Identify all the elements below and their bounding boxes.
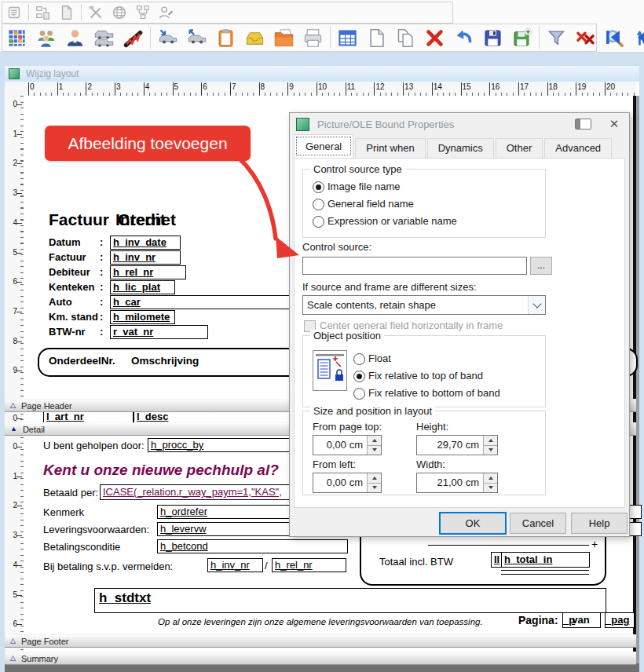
open-folder-button[interactable] xyxy=(269,24,298,51)
field-h-rel-nr-remark[interactable]: h_rel_nr xyxy=(272,558,346,572)
radio-label[interactable]: Float xyxy=(368,352,391,364)
info-label[interactable]: Datum xyxy=(49,236,80,248)
field-h-betcond[interactable]: h_betcond xyxy=(157,539,348,553)
control-source-input[interactable] xyxy=(302,257,527,275)
band-summary[interactable]: △ Summary xyxy=(5,652,636,665)
customers-button[interactable] xyxy=(31,24,60,51)
organizer-button[interactable] xyxy=(131,2,155,23)
print-button[interactable] xyxy=(298,24,327,51)
browse-button[interactable]: ... xyxy=(530,257,552,275)
radio-general-field-name[interactable] xyxy=(313,199,324,210)
employee-button[interactable] xyxy=(60,24,90,51)
band-collapse-icon[interactable]: △ xyxy=(10,637,16,645)
car-intake-button[interactable] xyxy=(153,24,182,51)
footer-note[interactable]: Op al onze leveringen zijn onze algemene… xyxy=(158,617,483,626)
new-record-button[interactable] xyxy=(362,24,391,51)
close-icon[interactable]: ✕ xyxy=(602,115,626,133)
parts-button[interactable] xyxy=(119,24,148,51)
browse-table-button[interactable] xyxy=(333,24,362,51)
blank-document-button[interactable] xyxy=(55,2,79,23)
web-link-button[interactable] xyxy=(108,2,131,23)
detail-label[interactable]: Kenmerk xyxy=(43,506,84,518)
info-label[interactable]: Factuur xyxy=(49,251,86,263)
save-button[interactable] xyxy=(478,24,507,51)
paid-label[interactable]: Betaald per: xyxy=(43,487,98,499)
spin-down-icon[interactable] xyxy=(368,446,381,455)
planner-grid-button[interactable] xyxy=(2,24,31,51)
save-new-button[interactable] xyxy=(507,24,536,51)
user-edit-button[interactable] xyxy=(155,2,178,23)
radio-label[interactable]: Image file name xyxy=(327,181,401,192)
tab-advanced[interactable]: Advanced xyxy=(544,138,612,158)
helped-label[interactable]: U bent geholpen door: xyxy=(43,440,145,451)
copy-record-button[interactable] xyxy=(391,24,420,51)
radio-label[interactable]: Expression or variable name xyxy=(327,215,457,227)
tab-other[interactable]: Other xyxy=(496,138,543,158)
field-r-vat-nr[interactable]: r_vat_nr xyxy=(110,325,208,339)
band-collapse-icon[interactable]: ▲ xyxy=(10,425,17,433)
dialog-titlebar[interactable]: Picture/OLE Bound Properties ✕ xyxy=(290,113,629,135)
field-h-lic-plat[interactable]: h_lic_plat xyxy=(110,280,175,294)
field-h-milomete[interactable]: h_milomete xyxy=(110,310,175,324)
field-h-inv-nr[interactable]: h_inv_nr xyxy=(110,250,181,265)
height-stepper[interactable]: 29,70 cm xyxy=(416,435,498,455)
cars-button[interactable] xyxy=(90,24,119,51)
radio-expression-name[interactable] xyxy=(313,216,324,228)
spin-up-icon[interactable] xyxy=(368,436,381,446)
from-page-top-stepper[interactable]: 0,00 cm xyxy=(313,435,382,455)
radio-label[interactable]: Fix relative to bottom of band xyxy=(368,387,500,399)
info-label[interactable]: BTW-nr xyxy=(49,326,86,338)
undo-button[interactable] xyxy=(449,24,478,51)
field-h-inv-date[interactable]: h_inv_date xyxy=(110,236,181,250)
tab-dynamics[interactable]: Dynamics xyxy=(427,138,494,158)
car-return-button[interactable] xyxy=(182,24,211,51)
spin-up-icon[interactable] xyxy=(368,473,381,484)
spin-down-icon[interactable] xyxy=(484,446,497,455)
cancel-button[interactable]: Cancel xyxy=(510,513,566,534)
radio-fix-top-of-band[interactable] xyxy=(353,371,365,382)
send-report-button[interactable] xyxy=(31,2,55,23)
scale-mode-select[interactable]: Scale contents, retain shape xyxy=(302,295,546,315)
band-collapse-icon[interactable]: △ xyxy=(10,402,16,409)
detail-label[interactable]: Betalingsconditie xyxy=(43,541,120,553)
field-page-total[interactable]: _pag xyxy=(605,612,635,628)
tab-print-when[interactable]: Print when xyxy=(355,138,425,158)
info-label[interactable]: Kenteken xyxy=(49,281,95,293)
field-h-total-in[interactable]: h_total_in xyxy=(501,552,590,568)
spin-down-icon[interactable] xyxy=(368,484,381,493)
delete-record-button[interactable] xyxy=(420,24,449,51)
field-h-inv-nr-remark[interactable]: h_inv_nr xyxy=(207,558,263,572)
band-collapse-icon[interactable]: △ xyxy=(10,655,16,662)
designer-titlebar[interactable]: Wijzig layout xyxy=(5,66,639,82)
filter-button[interactable] xyxy=(542,24,571,51)
radio-label[interactable]: General field name xyxy=(327,198,414,210)
field-list-button[interactable] xyxy=(2,2,26,23)
field-page-number[interactable]: _pvan xyxy=(562,612,601,628)
radio-image-file-name[interactable] xyxy=(313,181,324,193)
radio-label[interactable]: Fix relative to top of band xyxy=(368,370,483,382)
promo-text[interactable]: Kent u onze nieuwe pechhulp al? xyxy=(43,462,279,479)
detail-label[interactable]: Leveringsvoorwaarden: xyxy=(43,524,149,535)
report-title-factuur[interactable]: Factuur xyxy=(49,210,109,229)
work-tray-button[interactable] xyxy=(240,24,269,51)
ok-button[interactable]: OK xyxy=(439,512,507,535)
from-left-stepper[interactable]: 0,00 cm xyxy=(313,473,382,493)
keyboard-icon[interactable] xyxy=(575,119,591,130)
spin-up-icon[interactable] xyxy=(484,436,497,446)
tab-general[interactable]: General xyxy=(294,134,353,158)
clipboard-button[interactable] xyxy=(211,24,240,51)
tools-button[interactable] xyxy=(84,2,108,23)
field-h-stdtxt[interactable]: h_stdtxt xyxy=(94,588,606,613)
spin-down-icon[interactable] xyxy=(484,484,497,493)
spin-up-icon[interactable] xyxy=(484,473,497,484)
help-button[interactable]: Help xyxy=(571,513,628,534)
remove-filter-button[interactable] xyxy=(571,24,600,51)
nav-previous-button[interactable] xyxy=(628,24,644,50)
field-h-rel-nr[interactable]: h_rel_nr xyxy=(110,265,186,279)
radio-fix-bottom-of-band[interactable] xyxy=(353,388,365,400)
width-stepper[interactable]: 21,00 cm xyxy=(416,473,498,493)
totals-label[interactable]: Totaal incl. BTW xyxy=(379,556,453,568)
remark-label[interactable]: Bij betaling s.v.p. vermelden: xyxy=(43,561,173,572)
chevron-down-icon[interactable] xyxy=(528,296,545,314)
info-label[interactable]: Debiteur xyxy=(49,266,90,278)
